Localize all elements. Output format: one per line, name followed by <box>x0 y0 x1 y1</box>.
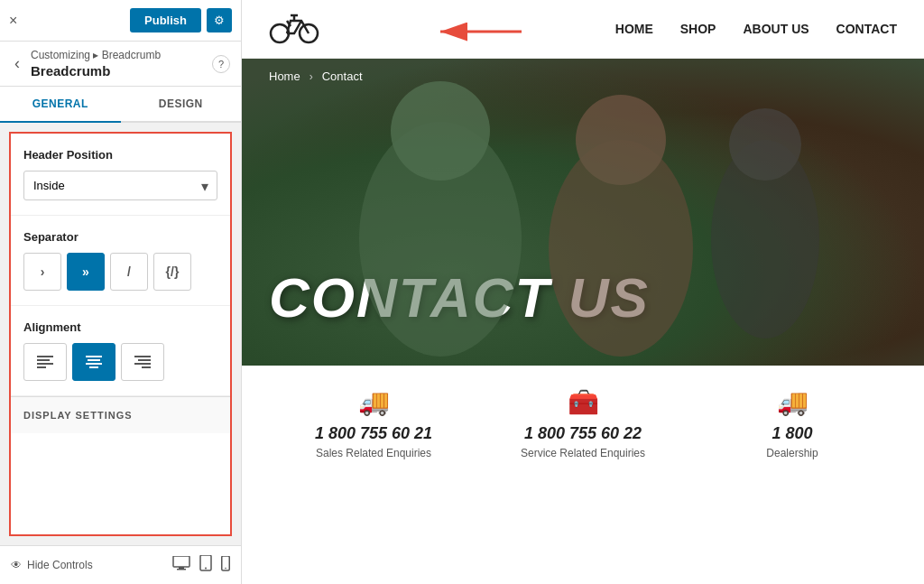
alignment-label: Alignment <box>23 320 217 334</box>
svg-rect-6 <box>86 363 102 365</box>
tabs: GENERAL DESIGN <box>0 87 241 123</box>
back-button[interactable]: ‹ <box>11 54 23 73</box>
breadcrumb-contact: Contact <box>322 70 363 83</box>
hero-section: Home › Contact CONTACT US <box>242 59 924 366</box>
svg-rect-12 <box>173 556 189 567</box>
nav-home[interactable]: HOME <box>615 22 653 36</box>
svg-rect-8 <box>134 356 151 357</box>
help-button[interactable]: ? <box>212 55 230 73</box>
svg-rect-7 <box>89 366 98 368</box>
svg-rect-4 <box>86 356 102 357</box>
tab-design[interactable]: DESIGN <box>121 87 242 121</box>
service-phone: 1 800 755 60 22 <box>487 424 679 443</box>
truck-icon-2: 🚚 <box>697 387 888 417</box>
dealership-phone: 1 800 <box>697 424 888 443</box>
service-desc: Service Related Enquiries <box>487 447 679 459</box>
svg-rect-13 <box>179 567 184 569</box>
svg-point-16 <box>205 568 207 570</box>
info-item-dealership: 🚚 1 800 Dealership <box>688 387 897 459</box>
breadcrumb-path: Customizing ▸ Breadcrumb <box>31 49 161 61</box>
bottom-bar: 👁 Hide Controls <box>0 545 241 584</box>
sales-phone: 1 800 755 60 21 <box>278 424 469 443</box>
nav-shop[interactable]: SHOP <box>680 22 716 36</box>
info-item-sales: 🚚 1 800 755 60 21 Sales Related Enquirie… <box>269 387 478 459</box>
svg-point-27 <box>391 81 490 181</box>
publish-button[interactable]: Publish <box>130 8 201 32</box>
sep-btn-chevron[interactable]: › <box>23 253 61 291</box>
hide-controls-button[interactable]: 👁 Hide Controls <box>11 559 93 571</box>
separator-label: Separator <box>23 230 217 244</box>
device-buttons <box>172 555 230 575</box>
svg-point-18 <box>225 567 226 569</box>
gear-button[interactable]: ⚙ <box>207 8 232 32</box>
dealership-desc: Dealership <box>697 447 888 459</box>
close-button[interactable]: × <box>9 13 17 29</box>
sales-desc: Sales Related Enquiries <box>278 447 469 459</box>
svg-rect-3 <box>37 366 46 368</box>
svg-point-29 <box>576 95 666 185</box>
nav-contact[interactable]: CONTACT <box>836 22 897 36</box>
svg-rect-9 <box>138 359 151 361</box>
align-btn-center[interactable] <box>72 343 116 381</box>
svg-point-31 <box>729 108 801 181</box>
site-logo <box>269 8 319 51</box>
svg-rect-1 <box>37 359 50 361</box>
header-position-select[interactable]: Inside Outside Above Header <box>23 171 217 200</box>
svg-rect-2 <box>37 363 53 365</box>
hide-controls-label: Hide Controls <box>27 559 93 571</box>
breadcrumb-title: Breadcrumb <box>31 63 161 79</box>
site-header: HOME SHOP ABOUT US CONTACT <box>242 0 924 59</box>
align-btn-left[interactable] <box>23 343 67 381</box>
hero-content: Home › Contact <box>242 59 924 94</box>
separator-buttons: › » / {/} <box>23 253 217 291</box>
eye-icon: 👁 <box>11 559 22 571</box>
tab-general[interactable]: GENERAL <box>0 87 121 123</box>
hero-breadcrumb: Home › Contact <box>242 59 924 94</box>
header-position-label: Header Position <box>23 148 217 162</box>
info-item-service: 🧰 1 800 755 60 22 Service Related Enquir… <box>478 387 688 459</box>
customizer-panel: × Publish ⚙ ‹ Customizing ▸ Breadcrumb B… <box>0 0 242 584</box>
sep-btn-double-chevron[interactable]: » <box>67 253 105 291</box>
sep-btn-bracket[interactable]: {/} <box>153 253 191 291</box>
breadcrumb-home: Home <box>269 70 300 83</box>
panel-content: Header Position Inside Outside Above Hea… <box>9 132 232 536</box>
svg-point-19 <box>271 24 289 42</box>
align-btn-right[interactable] <box>121 343 164 381</box>
svg-rect-0 <box>37 356 53 357</box>
desktop-button[interactable] <box>172 555 190 575</box>
breadcrumb-sep: › <box>310 70 313 83</box>
tool-icon: 🧰 <box>487 387 679 417</box>
sep-btn-slash[interactable]: / <box>110 253 148 291</box>
alignment-section: Alignment <box>11 306 230 396</box>
svg-rect-5 <box>88 359 100 361</box>
site-nav: HOME SHOP ABOUT US CONTACT <box>615 22 897 36</box>
svg-rect-14 <box>177 569 186 570</box>
alignment-buttons <box>23 343 217 381</box>
breadcrumb-bar: ‹ Customizing ▸ Breadcrumb Breadcrumb ? <box>0 42 241 87</box>
truck-icon: 🚚 <box>278 387 469 417</box>
mobile-button[interactable] <box>221 555 230 575</box>
top-bar: × Publish ⚙ <box>0 0 241 42</box>
nav-about[interactable]: ABOUT US <box>743 22 808 36</box>
header-position-select-wrapper: Inside Outside Above Header <box>23 171 217 200</box>
tablet-button[interactable] <box>199 555 212 575</box>
display-settings-section: DISPLAY SETTINGS <box>11 396 230 433</box>
site-preview: HOME SHOP ABOUT US CONTACT <box>242 0 924 584</box>
svg-rect-10 <box>134 363 151 365</box>
header-position-section: Header Position Inside Outside Above Hea… <box>11 134 230 216</box>
info-section: 🚚 1 800 755 60 21 Sales Related Enquirie… <box>242 366 924 474</box>
svg-rect-11 <box>142 366 151 368</box>
separator-section: Separator › » / {/} <box>11 216 230 306</box>
red-arrow-indicator <box>422 14 531 58</box>
